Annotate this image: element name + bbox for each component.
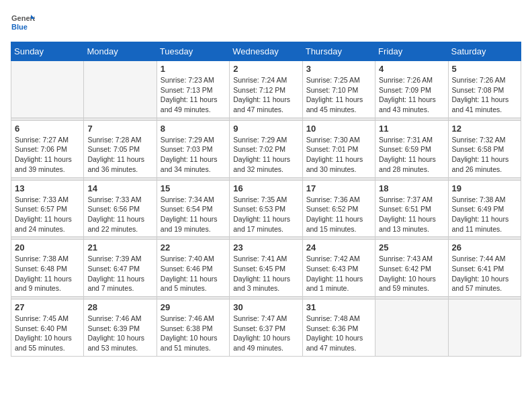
calendar-cell: 5Sunrise: 7:26 AMSunset: 7:08 PMDaylight… — [448, 61, 521, 118]
calendar-cell: 26Sunrise: 7:44 AMSunset: 6:41 PMDayligh… — [448, 240, 521, 297]
calendar-week-row: 27Sunrise: 7:45 AMSunset: 6:40 PMDayligh… — [11, 300, 521, 357]
day-number: 19 — [452, 183, 517, 193]
day-number: 3 — [306, 64, 371, 74]
calendar-cell — [448, 300, 521, 357]
calendar-cell: 29Sunrise: 7:46 AMSunset: 6:38 PMDayligh… — [157, 300, 229, 357]
day-info: Sunrise: 7:33 AMSunset: 6:56 PMDaylight:… — [87, 195, 152, 234]
calendar-week-row: 20Sunrise: 7:38 AMSunset: 6:48 PMDayligh… — [11, 240, 521, 297]
calendar-cell: 3Sunrise: 7:25 AMSunset: 7:10 PMDaylight… — [302, 61, 375, 118]
day-number: 12 — [452, 124, 517, 134]
calendar-cell: 6Sunrise: 7:27 AMSunset: 7:06 PMDaylight… — [11, 120, 84, 177]
day-number: 10 — [306, 124, 371, 134]
day-number: 16 — [233, 183, 298, 193]
day-info: Sunrise: 7:30 AMSunset: 7:01 PMDaylight:… — [306, 135, 371, 175]
day-number: 28 — [87, 302, 152, 312]
day-number: 25 — [379, 242, 444, 253]
svg-text:Blue: Blue — [11, 23, 28, 31]
calendar-week-row: 6Sunrise: 7:27 AMSunset: 7:06 PMDaylight… — [11, 120, 521, 177]
day-info: Sunrise: 7:29 AMSunset: 7:02 PMDaylight:… — [233, 135, 298, 175]
calendar-cell: 8Sunrise: 7:29 AMSunset: 7:03 PMDaylight… — [157, 120, 229, 177]
day-number: 27 — [15, 302, 80, 312]
day-info: Sunrise: 7:38 AMSunset: 6:49 PMDaylight:… — [452, 195, 517, 234]
header-sunday: Sunday — [11, 42, 84, 61]
calendar-cell: 9Sunrise: 7:29 AMSunset: 7:02 PMDaylight… — [230, 120, 302, 177]
calendar-cell: 21Sunrise: 7:39 AMSunset: 6:47 PMDayligh… — [84, 240, 157, 297]
calendar-week-row: 13Sunrise: 7:33 AMSunset: 6:57 PMDayligh… — [11, 180, 521, 237]
day-info: Sunrise: 7:31 AMSunset: 6:59 PMDaylight:… — [379, 135, 444, 175]
day-info: Sunrise: 7:45 AMSunset: 6:40 PMDaylight:… — [15, 314, 80, 353]
day-number: 4 — [379, 64, 444, 74]
calendar-cell: 13Sunrise: 7:33 AMSunset: 6:57 PMDayligh… — [11, 180, 84, 237]
day-info: Sunrise: 7:44 AMSunset: 6:41 PMDaylight:… — [452, 254, 517, 293]
day-number: 24 — [306, 242, 371, 253]
day-number: 8 — [161, 124, 226, 134]
calendar-cell: 16Sunrise: 7:35 AMSunset: 6:53 PMDayligh… — [230, 180, 302, 237]
calendar-cell: 27Sunrise: 7:45 AMSunset: 6:40 PMDayligh… — [11, 300, 84, 357]
day-info: Sunrise: 7:29 AMSunset: 7:03 PMDaylight:… — [161, 135, 226, 175]
day-number: 23 — [233, 242, 298, 253]
day-info: Sunrise: 7:24 AMSunset: 7:12 PMDaylight:… — [233, 75, 298, 115]
day-number: 18 — [379, 183, 444, 193]
logo: General Blue — [11, 11, 35, 35]
day-info: Sunrise: 7:48 AMSunset: 6:36 PMDaylight:… — [306, 314, 371, 353]
calendar-cell: 30Sunrise: 7:47 AMSunset: 6:37 PMDayligh… — [230, 300, 302, 357]
day-info: Sunrise: 7:35 AMSunset: 6:53 PMDaylight:… — [233, 195, 298, 234]
day-number: 21 — [87, 242, 152, 253]
calendar-cell: 17Sunrise: 7:36 AMSunset: 6:52 PMDayligh… — [302, 180, 375, 237]
day-info: Sunrise: 7:39 AMSunset: 6:47 PMDaylight:… — [87, 254, 152, 293]
calendar-cell: 18Sunrise: 7:37 AMSunset: 6:51 PMDayligh… — [375, 180, 448, 237]
day-number: 30 — [233, 302, 298, 312]
calendar-cell: 31Sunrise: 7:48 AMSunset: 6:36 PMDayligh… — [302, 300, 375, 357]
header-tuesday: Tuesday — [157, 42, 229, 61]
header-thursday: Thursday — [302, 42, 375, 61]
calendar-cell — [11, 61, 84, 118]
day-number: 13 — [15, 183, 80, 193]
day-info: Sunrise: 7:34 AMSunset: 6:54 PMDaylight:… — [161, 195, 226, 234]
day-info: Sunrise: 7:26 AMSunset: 7:08 PMDaylight:… — [452, 75, 517, 115]
header-saturday: Saturday — [448, 42, 521, 61]
day-info: Sunrise: 7:47 AMSunset: 6:37 PMDaylight:… — [233, 314, 298, 353]
day-number: 17 — [306, 183, 371, 193]
day-number: 14 — [87, 183, 152, 193]
day-number: 2 — [233, 64, 298, 74]
calendar-cell — [84, 61, 157, 118]
calendar-cell — [375, 300, 448, 357]
day-number: 6 — [15, 124, 80, 134]
day-info: Sunrise: 7:37 AMSunset: 6:51 PMDaylight:… — [379, 195, 444, 234]
day-info: Sunrise: 7:23 AMSunset: 7:13 PMDaylight:… — [161, 75, 226, 115]
day-info: Sunrise: 7:36 AMSunset: 6:52 PMDaylight:… — [306, 195, 371, 234]
day-info: Sunrise: 7:26 AMSunset: 7:09 PMDaylight:… — [379, 75, 444, 115]
header: General Blue — [11, 11, 521, 35]
calendar-cell: 10Sunrise: 7:30 AMSunset: 7:01 PMDayligh… — [302, 120, 375, 177]
day-info: Sunrise: 7:40 AMSunset: 6:46 PMDaylight:… — [161, 254, 226, 293]
day-info: Sunrise: 7:41 AMSunset: 6:45 PMDaylight:… — [233, 254, 298, 293]
calendar-cell: 19Sunrise: 7:38 AMSunset: 6:49 PMDayligh… — [448, 180, 521, 237]
calendar-cell: 24Sunrise: 7:42 AMSunset: 6:43 PMDayligh… — [302, 240, 375, 297]
day-info: Sunrise: 7:33 AMSunset: 6:57 PMDaylight:… — [15, 195, 80, 234]
calendar-cell: 25Sunrise: 7:43 AMSunset: 6:42 PMDayligh… — [375, 240, 448, 297]
day-number: 20 — [15, 242, 80, 253]
day-info: Sunrise: 7:46 AMSunset: 6:38 PMDaylight:… — [161, 314, 226, 353]
calendar-cell: 12Sunrise: 7:32 AMSunset: 6:58 PMDayligh… — [448, 120, 521, 177]
day-number: 22 — [161, 242, 226, 253]
calendar-cell: 7Sunrise: 7:28 AMSunset: 7:05 PMDaylight… — [84, 120, 157, 177]
calendar-cell: 11Sunrise: 7:31 AMSunset: 6:59 PMDayligh… — [375, 120, 448, 177]
logo-svg: General Blue — [11, 11, 35, 35]
calendar-cell: 15Sunrise: 7:34 AMSunset: 6:54 PMDayligh… — [157, 180, 229, 237]
day-number: 31 — [306, 302, 371, 312]
calendar-table: SundayMondayTuesdayWednesdayThursdayFrid… — [11, 42, 521, 357]
day-number: 5 — [452, 64, 517, 74]
calendar-cell: 4Sunrise: 7:26 AMSunset: 7:09 PMDaylight… — [375, 61, 448, 118]
day-info: Sunrise: 7:38 AMSunset: 6:48 PMDaylight:… — [15, 254, 80, 293]
day-number: 11 — [379, 124, 444, 134]
calendar-week-row: 1Sunrise: 7:23 AMSunset: 7:13 PMDaylight… — [11, 61, 521, 118]
day-info: Sunrise: 7:32 AMSunset: 6:58 PMDaylight:… — [452, 135, 517, 175]
day-info: Sunrise: 7:28 AMSunset: 7:05 PMDaylight:… — [87, 135, 152, 175]
header-wednesday: Wednesday — [230, 42, 302, 61]
day-info: Sunrise: 7:42 AMSunset: 6:43 PMDaylight:… — [306, 254, 371, 293]
header-monday: Monday — [84, 42, 157, 61]
day-number: 15 — [161, 183, 226, 193]
calendar-cell: 20Sunrise: 7:38 AMSunset: 6:48 PMDayligh… — [11, 240, 84, 297]
day-number: 7 — [87, 124, 152, 134]
day-info: Sunrise: 7:43 AMSunset: 6:42 PMDaylight:… — [379, 254, 444, 293]
